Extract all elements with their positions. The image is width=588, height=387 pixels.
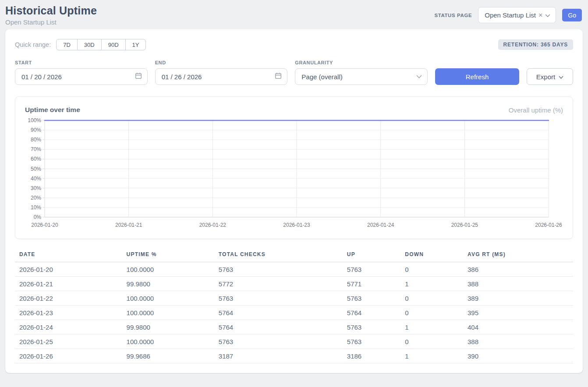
end-date-box[interactable] [155,68,288,85]
svg-text:30%: 30% [31,185,41,191]
svg-text:2026-01-21: 2026-01-21 [115,222,142,228]
uptime-table: DATEUPTIME %TOTAL CHECKSUPDOWNAVG RT (MS… [15,249,573,363]
svg-text:80%: 80% [31,137,41,143]
table-cell: 386 [463,262,573,277]
table-cell: 5763 [214,291,343,306]
svg-text:2026-01-20: 2026-01-20 [31,222,58,228]
column-header: UPTIME % [122,249,214,262]
refresh-button[interactable]: Refresh [435,68,519,85]
page-subtitle: Open Startup List [5,18,97,26]
svg-text:40%: 40% [31,176,41,182]
table-cell: 388 [463,277,573,291]
table-cell: 1 [400,320,463,334]
svg-text:10%: 10% [31,204,41,211]
page-header: Historical Uptime Open Startup List STAT… [0,0,588,29]
chart-legend: Overall uptime (%) [509,106,563,114]
table-cell: 2026-01-20 [15,262,122,277]
filter-fields-row: START END GRANULARITY Page (overall) [15,60,573,85]
clear-selection-icon[interactable]: × [538,12,542,19]
main-panel: Quick range: 7D 30D 90D 1Y RETENTION: 36… [5,29,583,373]
quick-range-group: Quick range: 7D 30D 90D 1Y [15,39,146,50]
end-date-field: END [155,60,288,85]
quick-range-1y-button[interactable]: 1Y [125,39,146,50]
svg-text:2026-01-22: 2026-01-22 [199,222,227,228]
svg-text:90%: 90% [31,127,41,133]
table-cell: 100.0000 [122,291,214,306]
chevron-down-icon [416,73,422,81]
chart-header: Uptime over time Overall uptime (%) [25,106,563,114]
column-header: UP [343,249,400,262]
table-cell: 0 [400,306,463,320]
svg-text:0%: 0% [34,214,42,220]
table-cell: 2026-01-22 [15,291,122,306]
quick-range-90d-button[interactable]: 90D [101,39,126,50]
column-header: DATE [15,249,122,262]
chart-title: Uptime over time [25,106,80,114]
header-controls: STATUS PAGE Open Startup List × Go [434,7,582,23]
table-cell: 389 [463,291,573,306]
table-cell: 5763 [343,291,400,306]
table-cell: 5764 [214,320,343,334]
start-date-label: START [15,60,148,65]
table-cell: 99.9800 [122,277,214,291]
table-cell: 3187 [214,349,343,363]
svg-text:100%: 100% [28,118,41,123]
table-row: 2026-01-25100.0000576357630388 [15,334,573,349]
table-cell: 5771 [343,277,400,291]
svg-text:2026-01-23: 2026-01-23 [283,222,310,228]
table-cell: 388 [463,334,573,349]
status-page-select[interactable]: Open Startup List × [478,7,556,23]
granularity-label: GRANULARITY [295,60,428,65]
column-header: TOTAL CHECKS [214,249,343,262]
uptime-table-head: DATEUPTIME %TOTAL CHECKSUPDOWNAVG RT (MS… [15,249,573,262]
calendar-icon[interactable] [135,72,142,81]
uptime-line-chart: 0%10%20%30%40%50%60%70%80%90%100%2026-01… [25,118,563,231]
granularity-select-value: Page (overall) [301,73,342,81]
table-row: 2026-01-2199.9800577257711388 [15,277,573,291]
table-cell: 5763 [214,262,343,277]
retention-badge: RETENTION: 365 DAYS [498,39,573,50]
table-cell: 5764 [343,306,400,320]
granularity-select[interactable]: Page (overall) [295,68,428,85]
svg-text:20%: 20% [31,195,41,201]
table-cell: 404 [463,320,573,334]
table-cell: 2026-01-23 [15,306,122,320]
table-row: 2026-01-23100.0000576457640395 [15,306,573,320]
quick-range-row: Quick range: 7D 30D 90D 1Y RETENTION: 36… [15,39,573,50]
table-cell: 5763 [214,334,343,349]
quick-range-30d-button[interactable]: 30D [77,39,102,50]
table-cell: 100.0000 [122,262,214,277]
table-row: 2026-01-20100.0000576357630386 [15,262,573,277]
table-cell: 0 [400,291,463,306]
go-button[interactable]: Go [562,9,582,21]
table-cell: 5763 [343,262,400,277]
uptime-table-body: 2026-01-20100.00005763576303862026-01-21… [15,262,573,363]
table-row: 2026-01-2499.9800576457631404 [15,320,573,334]
svg-text:2026-01-26: 2026-01-26 [535,222,562,228]
chevron-down-icon [559,73,563,81]
calendar-icon[interactable] [275,72,282,81]
svg-text:50%: 50% [31,166,41,172]
table-cell: 5763 [343,334,400,349]
svg-text:60%: 60% [31,156,41,162]
svg-text:2026-01-24: 2026-01-24 [367,222,394,228]
table-cell: 0 [400,334,463,349]
table-cell: 5764 [214,306,343,320]
end-date-label: END [155,60,288,65]
table-cell: 395 [463,306,573,320]
end-date-input[interactable] [162,73,275,81]
table-cell: 5763 [343,320,400,334]
table-cell: 2026-01-26 [15,349,122,363]
table-row: 2026-01-22100.0000576357630389 [15,291,573,306]
status-page-label: STATUS PAGE [434,13,472,18]
quick-range-7d-button[interactable]: 7D [56,39,78,50]
table-cell: 390 [463,349,573,363]
table-cell: 3186 [343,349,400,363]
start-date-box[interactable] [15,68,148,85]
table-cell: 0 [400,262,463,277]
table-cell: 99.9686 [122,349,214,363]
uptime-chart-card: Uptime over time Overall uptime (%) 0%10… [15,96,573,239]
table-header-row: DATEUPTIME %TOTAL CHECKSUPDOWNAVG RT (MS… [15,249,573,262]
export-button[interactable]: Export [527,68,573,85]
start-date-input[interactable] [21,73,135,81]
